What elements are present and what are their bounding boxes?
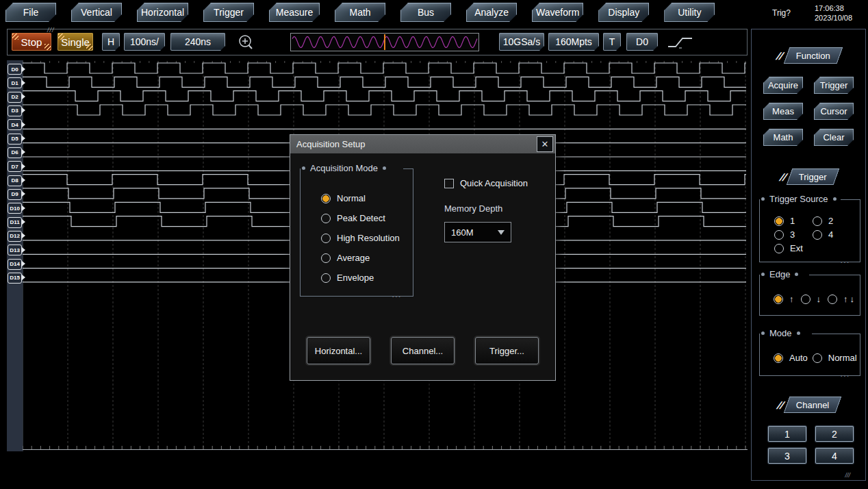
channel-label-d2[interactable]: D2 [8, 92, 22, 103]
edge-rising-option[interactable]: ↑ [771, 294, 794, 304]
channel-label-d11[interactable]: D11 [8, 217, 22, 228]
clock-date: 2023/10/08 [815, 13, 860, 23]
channel-2-button[interactable]: 2 [815, 426, 854, 442]
channel-label-d4[interactable]: D4 [8, 119, 22, 130]
magnifier-icon[interactable] [233, 33, 258, 54]
group-dot-icon [795, 273, 798, 276]
waveform-preview[interactable] [290, 33, 479, 51]
channel-3-button[interactable]: 3 [768, 448, 806, 464]
memory-depth-label: Memory Depth [444, 203, 547, 214]
channel-4-button[interactable]: 4 [815, 448, 854, 464]
function-clear-button[interactable]: Clear [814, 129, 854, 146]
trigger-source-3[interactable]: 3 [774, 229, 813, 240]
horizontal-menu-button[interactable]: H [102, 33, 120, 51]
dialog-titlebar[interactable]: Acquisition Setup [290, 135, 555, 153]
channel-label-d8[interactable]: D8 [8, 175, 22, 186]
right-panel: // Function Acquire Trigger Meas Cursor … [751, 29, 866, 481]
clock: 17:06:38 2023/10/08 [815, 3, 860, 23]
menu-file[interactable]: File [5, 3, 56, 22]
edge-either-option[interactable]: ↑↓ [825, 294, 856, 304]
menu-horizontal[interactable]: Horizontal [137, 3, 188, 22]
radio-icon [321, 234, 331, 243]
trigger-source-button[interactable]: D0 [626, 33, 658, 51]
memory-depth-select[interactable]: 160M [444, 222, 511, 242]
trigger-mode-auto[interactable]: Auto [774, 353, 808, 363]
trigger-menu-button[interactable]: T [603, 33, 621, 51]
memory-depth-button[interactable]: 160Mpts [548, 33, 599, 51]
group-dot-icon [383, 166, 386, 170]
channel-dialog-button[interactable]: Channel... [391, 337, 455, 364]
trigger-mode-normal[interactable]: Normal [813, 353, 857, 363]
trigger-mode-group: Mode Auto Normal ... [759, 334, 860, 376]
menu-bus[interactable]: Bus [400, 3, 451, 22]
horizontal-dialog-button[interactable]: Horizontal... [307, 337, 370, 364]
radio-icon [813, 216, 822, 226]
channel-label-d15[interactable]: D15 [8, 273, 22, 284]
group-corner-dots: ... [841, 257, 850, 264]
radio-icon [774, 230, 784, 240]
channel-1-button[interactable]: 1 [768, 426, 806, 442]
horizontal-position-button[interactable]: 240ns [170, 33, 225, 51]
function-button-grid: Acquire Trigger Meas Cursor Math Clear [763, 77, 854, 146]
single-button[interactable]: Single [58, 33, 93, 51]
function-acquire-button[interactable]: Acquire [763, 77, 803, 94]
channel-label-d5[interactable]: D5 [8, 134, 22, 145]
menu-waveform[interactable]: Waveform [532, 3, 583, 22]
menu-utility[interactable]: Utility [664, 3, 715, 22]
acquisition-mode-group-label: Acquisition Mode [302, 163, 386, 173]
close-icon[interactable]: ✕ [537, 136, 553, 152]
trigger-source-4[interactable]: 4 [813, 229, 851, 240]
function-cursor-button[interactable]: Cursor [814, 103, 854, 120]
menu-display[interactable]: Display [598, 3, 649, 22]
menu-math[interactable]: Math [335, 3, 385, 22]
quick-acquisition-checkbox[interactable]: Quick Acquisition [444, 178, 547, 188]
stop-button[interactable]: Stop [12, 33, 51, 51]
radio-icon [321, 253, 331, 263]
radio-icon [828, 294, 837, 304]
timebase-button[interactable]: 100ns/ [124, 33, 165, 51]
radio-icon [321, 194, 331, 203]
acquisition-setup-dialog: Acquisition Setup ✕ Acquisition Mode Nor… [290, 134, 556, 381]
channel-label-d1[interactable]: D1 [8, 77, 22, 88]
edge-group-label: Edge [761, 269, 798, 279]
either-edge-icon: ↑↓ [843, 294, 856, 304]
channel-label-d13[interactable]: D13 [8, 244, 22, 255]
radio-high-resolution[interactable]: High Resolution [321, 233, 400, 243]
channel-label-d14[interactable]: D14 [8, 259, 22, 270]
group-dot-icon [797, 331, 800, 335]
menu-trigger[interactable]: Trigger [203, 3, 254, 22]
oscilloscope-screen: File Vertical Horizontal Trigger Measure… [0, 0, 868, 489]
menu-measure[interactable]: Measure [269, 3, 320, 22]
radio-envelope[interactable]: Envelope [321, 273, 400, 283]
channel-label-d7[interactable]: D7 [8, 161, 22, 172]
radio-icon [813, 353, 822, 363]
chevron-down-icon [498, 230, 505, 235]
channel-label-d9[interactable]: D9 [8, 189, 22, 200]
trigger-source-2[interactable]: 2 [813, 216, 851, 226]
channel-label-d0[interactable]: D0 [8, 64, 22, 75]
function-trigger-button[interactable]: Trigger [814, 77, 854, 94]
channel-label-d12[interactable]: D12 [8, 231, 22, 242]
trigger-dialog-button[interactable]: Trigger... [475, 337, 539, 364]
rising-edge-icon[interactable] [662, 33, 699, 54]
horizontal-toolbar: /// Stop Single H 100ns/ 240ns 10GSa/s 1… [7, 29, 748, 55]
trigger-source-ext[interactable]: Ext [774, 243, 813, 253]
trigger-source-1[interactable]: 1 [774, 216, 813, 226]
radio-icon [774, 294, 783, 304]
group-dot-icon [761, 197, 765, 201]
radio-normal[interactable]: Normal [321, 193, 400, 203]
channel-label-d3[interactable]: D3 [8, 105, 22, 116]
channel-label-d6[interactable]: D6 [8, 147, 22, 158]
acquisition-mode-group: Acquisition Mode Normal Peak Detect High… [300, 168, 413, 297]
falling-arrow-icon: ↓ [817, 294, 821, 304]
radio-peak-detect[interactable]: Peak Detect [321, 213, 400, 223]
header-slash-icon: // [778, 171, 788, 183]
edge-falling-option[interactable]: ↓ [798, 294, 821, 304]
radio-average[interactable]: Average [321, 253, 400, 263]
function-meas-button[interactable]: Meas [763, 103, 803, 120]
menu-vertical[interactable]: Vertical [71, 3, 122, 22]
channel-label-d10[interactable]: D10 [8, 203, 22, 214]
sample-rate-button[interactable]: 10GSa/s [499, 33, 544, 51]
menu-analyze[interactable]: Analyze [466, 3, 517, 22]
function-math-button[interactable]: Math [763, 129, 803, 146]
